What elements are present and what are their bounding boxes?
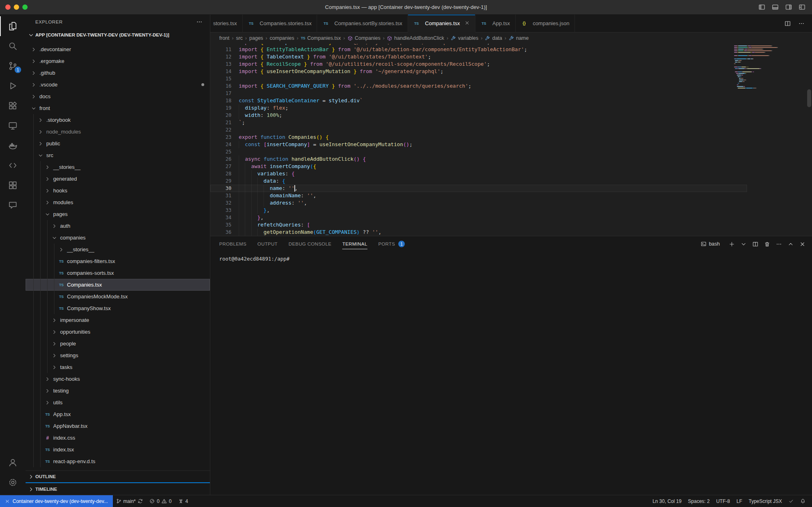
tree-item-CompanyShow.tsx[interactable]: TSCompanyShow.tsx — [26, 302, 210, 314]
activity-settings[interactable] — [0, 472, 26, 492]
tree-item-companies-sorts.tsx[interactable]: TScompanies-sorts.tsx — [26, 267, 210, 279]
tree-item-.ergomake[interactable]: .ergomake — [26, 55, 210, 67]
tab-companies.json[interactable]: {}companies.json — [516, 15, 575, 32]
status-notifications[interactable] — [797, 495, 809, 507]
tree-item-tasks[interactable]: tasks — [26, 361, 210, 373]
code-line-30[interactable]: 30 name: '', — [210, 185, 747, 192]
new-terminal-button[interactable] — [729, 241, 735, 247]
breadcrumb-Companies.tsx[interactable]: TSCompanies.tsx — [301, 35, 341, 41]
status-formatter[interactable] — [785, 495, 797, 507]
kill-terminal-button[interactable] — [764, 241, 770, 247]
tree-item-front[interactable]: front — [26, 102, 210, 114]
breadcrumb-variables[interactable]: variables — [451, 35, 478, 41]
customize-layout-button[interactable] — [799, 4, 806, 11]
toggle-panel-button[interactable] — [772, 4, 779, 11]
status-problems[interactable]: 00 — [146, 495, 175, 507]
activity-remote-explorer[interactable] — [0, 116, 26, 136]
code-line-28[interactable]: 28 variables: { — [210, 170, 747, 177]
tree-item-utils[interactable]: utils — [26, 397, 210, 408]
code-line-11[interactable]: 11import { EntityTableActionBar } from '… — [210, 46, 747, 53]
breadcrumb-data[interactable]: data — [485, 35, 502, 41]
panel-tab-PORTS[interactable]: PORTS1 — [378, 236, 405, 252]
activity-docker[interactable] — [0, 136, 26, 155]
code-line-13[interactable]: 13import { RecoilScope } from '@/ui/util… — [210, 60, 747, 68]
split-editor-button[interactable] — [784, 20, 791, 27]
close-icon[interactable] — [464, 20, 470, 27]
status-cursor-position[interactable]: Ln 30, Col 19 — [649, 495, 685, 507]
tree-item-sync-hooks[interactable]: sync-hooks — [26, 373, 210, 385]
tree-item-react-app-env.d.ts[interactable]: TSreact-app-env.d.ts — [26, 455, 210, 467]
outline-section-header[interactable]: OUTLINE — [26, 470, 210, 482]
panel-tab-OUTPUT[interactable]: OUTPUT — [257, 236, 278, 252]
code-line-18[interactable]: 18const StyledTableContainer = styled.di… — [210, 97, 747, 104]
tree-item-auth[interactable]: auth — [26, 220, 210, 232]
minimize-window-button[interactable] — [14, 4, 19, 10]
breadcrumb-name[interactable]: name — [509, 35, 529, 41]
code-line-19[interactable]: 19 display: flex; — [210, 104, 747, 112]
panel-tab-TERMINAL[interactable]: TERMINAL — [342, 236, 367, 252]
more-editor-actions-button[interactable] — [798, 20, 805, 27]
toggle-secondary-sidebar-button[interactable] — [785, 4, 792, 11]
timeline-section-header[interactable]: TIMELINE — [26, 483, 210, 495]
code-line-27[interactable]: 27 await insertCompany({ — [210, 163, 747, 170]
status-language-mode[interactable]: TypeScript JSX — [745, 495, 785, 507]
tree-item-hooks[interactable]: hooks — [26, 185, 210, 196]
code-line-14[interactable]: 14import { useInsertOneCompanyMutation }… — [210, 68, 747, 75]
panel-tab-DEBUG CONSOLE[interactable]: DEBUG CONSOLE — [289, 236, 332, 252]
breadcrumb-src[interactable]: src — [236, 35, 243, 41]
status-forwarded-ports[interactable]: 4 — [175, 495, 192, 507]
status-eol[interactable]: LF — [733, 495, 745, 507]
code-line-26[interactable]: 26 async function handleAddButtonClick()… — [210, 155, 747, 163]
breadcrumb-Companies[interactable]: Companies — [348, 35, 380, 41]
code-line-20[interactable]: 20 width: 100%; — [210, 112, 747, 119]
activity-code-tools[interactable] — [0, 155, 26, 175]
panel-tab-PROBLEMS[interactable]: PROBLEMS — [219, 236, 246, 252]
tab-App.tsx[interactable]: TSApp.tsx — [475, 15, 516, 32]
tab-Companies.stories.tsx[interactable]: TSCompanies.stories.tsx — [243, 15, 317, 32]
tree-item-opportunities[interactable]: opportunities — [26, 326, 210, 338]
tree-item-docs[interactable]: docs — [26, 91, 210, 102]
breadcrumb-pages[interactable]: pages — [249, 35, 263, 41]
tree-item-__stories__[interactable]: __stories__ — [26, 244, 210, 255]
code-area[interactable]: 10import { WithTopBarContainer } from '@… — [210, 44, 747, 236]
code-line-12[interactable]: 12import { TableContext } from '@/ui/tab… — [210, 53, 747, 60]
tree-item-impersonate[interactable]: impersonate — [26, 314, 210, 326]
tree-item-companies-filters.tsx[interactable]: TScompanies-filters.tsx — [26, 255, 210, 267]
code-line-25[interactable]: 25 — [210, 148, 747, 155]
zoom-window-button[interactable] — [22, 4, 28, 10]
tree-item-public[interactable]: public — [26, 138, 210, 149]
tree-item-pages[interactable]: pages — [26, 208, 210, 220]
tree-item-index.tsx[interactable]: TSindex.tsx — [26, 444, 210, 455]
code-line-16[interactable]: 16import { SEARCH_COMPANY_QUERY } from '… — [210, 82, 747, 90]
terminal-profile-dropdown-button[interactable] — [741, 241, 747, 247]
editor-scrollbar[interactable] — [807, 89, 811, 107]
code-line-34[interactable]: 34 }, — [210, 214, 747, 221]
status-git-branch[interactable]: main* — [113, 495, 147, 507]
activity-accounts[interactable] — [0, 453, 26, 472]
tree-item-people[interactable]: people — [26, 338, 210, 350]
activity-source-control[interactable]: 1 — [0, 56, 26, 76]
tab-Companies.tsx[interactable]: TSCompanies.tsx — [408, 15, 475, 32]
tree-item-CompaniesMockMode.tsx[interactable]: TSCompaniesMockMode.tsx — [26, 291, 210, 302]
tree-item-App.tsx[interactable]: TSApp.tsx — [26, 408, 210, 420]
explorer-more-actions-button[interactable] — [196, 19, 203, 25]
tree-item-index.css[interactable]: #index.css — [26, 432, 210, 444]
code-line-15[interactable]: 15 — [210, 75, 747, 82]
tree-item-node_modules[interactable]: node_modules — [26, 126, 210, 138]
tree-item-testing[interactable]: testing — [26, 385, 210, 397]
code-line-22[interactable]: 22 — [210, 126, 747, 134]
split-terminal-button[interactable] — [752, 241, 758, 247]
code-line-32[interactable]: 32 address: '', — [210, 199, 747, 207]
code-line-36[interactable]: 36 getOperationName(GET_COMPANIES) ?? ''… — [210, 229, 747, 236]
status-indentation[interactable]: Spaces: 2 — [685, 495, 713, 507]
explorer-section-header[interactable]: APP [CONTAINER DEV-TWENTY-DEV (DEV-TWENT… — [26, 29, 210, 41]
tree-item-settings[interactable]: settings — [26, 350, 210, 361]
minimap[interactable] — [734, 45, 783, 89]
breadcrumb-handleAddButtonClick[interactable]: handleAddButtonClick — [387, 35, 444, 41]
code-line-17[interactable]: 17 — [210, 90, 747, 97]
breadcrumb-companies[interactable]: companies — [270, 35, 294, 41]
code-line-35[interactable]: 35 refetchQueries: [ — [210, 221, 747, 229]
more-panel-actions-button[interactable] — [776, 241, 782, 247]
shell-selector[interactable]: bash — [701, 241, 720, 247]
tab-Companies.sortBy.stories.tsx[interactable]: TSCompanies.sortBy.stories.tsx — [317, 15, 408, 32]
